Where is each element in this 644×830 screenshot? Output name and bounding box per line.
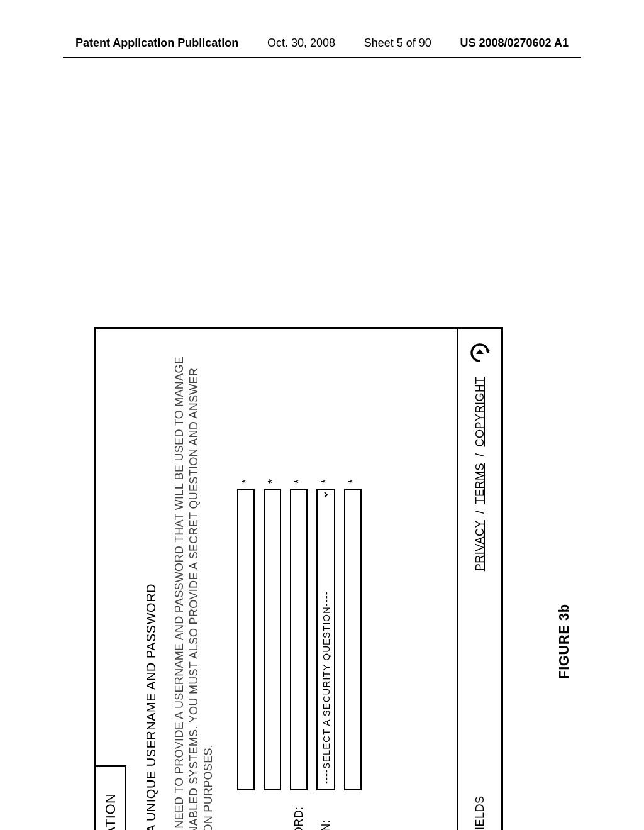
secret-answer-input[interactable] <box>344 489 362 790</box>
password-label: PASSWORD: <box>266 790 279 830</box>
confirm-password-required: * <box>292 470 306 489</box>
footer-links: PRIVACY / TERMS / COPYRIGHT <box>474 377 487 571</box>
link-separator: / <box>474 511 487 514</box>
password-input[interactable] <box>264 489 281 790</box>
panel-footer: * REQUIRED FIELDS PRIVACY / TERMS / COPY… <box>457 329 501 830</box>
username-required: * <box>240 470 253 489</box>
username-label: USERNAME: <box>240 790 253 830</box>
secret-question-label: SECRET QUESTION: <box>319 790 333 830</box>
publication-date: Oct. 30, 2008 <box>267 36 335 50</box>
link-separator: / <box>474 453 487 457</box>
terms-link[interactable]: TERMS <box>474 463 487 504</box>
document-number: US 2008/0270602 A1 <box>460 36 569 50</box>
login-form: USERNAME: * PASSWORD: * CONFIRM PASSWORD… <box>237 348 362 830</box>
panel-subtitle: PLEASE ENTER A UNIQUE USERNAME AND PASSW… <box>144 348 158 830</box>
secret-answer-label: SECRET ANSWER: <box>347 790 360 830</box>
privacy-link[interactable]: PRIVACY <box>474 520 487 571</box>
copyright-link[interactable]: COPYRIGHT <box>474 377 487 447</box>
confirm-password-input[interactable] <box>290 489 308 790</box>
figure-caption: FIGURE 3b <box>556 327 572 830</box>
publication-label: Patent Application Publication <box>75 36 238 50</box>
required-fields-note: * REQUIRED FIELDS <box>474 795 487 830</box>
header-rule <box>63 57 581 58</box>
secret-question-required: * <box>319 470 333 489</box>
login-panel: LOGIN INFORMATION PLEASE ENTER A UNIQUE … <box>94 327 503 830</box>
next-button[interactable] <box>470 343 490 363</box>
panel-title: LOGIN INFORMATION <box>96 765 126 830</box>
panel-instructions: IN THIS STEP YOU NEED TO PROVIDE A USERN… <box>172 348 216 830</box>
secret-answer-required: * <box>347 470 360 489</box>
confirm-password-label: CONFIRM PASSWORD: <box>292 790 306 830</box>
secret-question-select[interactable]: ----SELECT A SECURITY QUESTION---- <box>316 489 335 790</box>
sheet-number: Sheet 5 of 90 <box>364 36 431 50</box>
arrow-next-icon <box>470 343 490 363</box>
username-input[interactable] <box>237 489 255 790</box>
password-required: * <box>266 470 279 489</box>
